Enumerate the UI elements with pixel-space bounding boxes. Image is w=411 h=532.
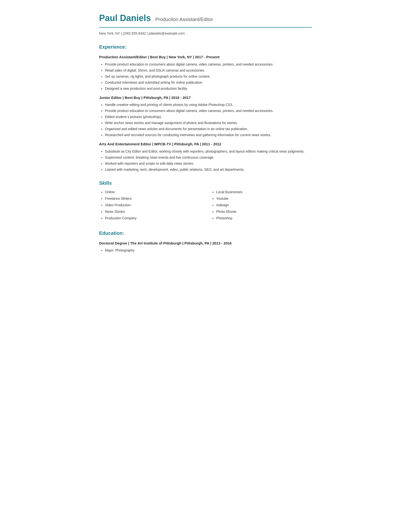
bullet: Write anchor news stories and manage ass… <box>105 120 312 125</box>
education-section: Education: Doctoral Degree | The Art Ins… <box>99 229 312 253</box>
skill-item: Production Company <box>105 216 201 221</box>
resume-header: Paul Daniels Production Assistant/Editor… <box>99 12 312 36</box>
skill-item: Photoshop <box>216 216 312 221</box>
skill-item: Youtube <box>216 196 312 201</box>
skill-item: Local Businesses <box>216 190 312 195</box>
bullet: Major: Photography <box>105 248 312 253</box>
bullet: Retail sales of digital, 35mm, and DSLR … <box>105 68 312 73</box>
job-title-3: Arts And Entertainment Editor | WPCB-TV … <box>99 142 312 147</box>
experience-section: Experience: Production Assistant/Editor … <box>99 43 312 172</box>
bullet: Conducted interviews and submitted writi… <box>105 80 312 85</box>
candidate-name: Paul Daniels <box>99 13 151 23</box>
job-title-2: Junior Editor | Best Buy | Pittsburgh, P… <box>99 95 312 101</box>
bullet: Edited student s pictures (photoshop). <box>105 114 312 119</box>
bullet: Designed a new production and post-produ… <box>105 86 312 91</box>
bullet: Organized and edited news articles and d… <box>105 126 312 132</box>
skills-right: Local Businesses Youtube Indesign Photo … <box>210 190 312 222</box>
skill-item: Photo Shoots <box>216 209 312 214</box>
skill-item: Online <box>105 190 201 195</box>
experience-heading: Experience: <box>99 43 312 50</box>
job-entry-2: Junior Editor | Best Buy | Pittsburgh, P… <box>99 95 312 138</box>
skills-heading: Skills <box>99 180 312 187</box>
job-entry-3: Arts And Entertainment Editor | WPCB-TV … <box>99 142 312 172</box>
bullet: Provide product education to consumers a… <box>105 62 312 67</box>
skills-left: Online Freelance Writers Video Productio… <box>99 190 201 222</box>
bullet: Substitute as City Editor and Editor, wo… <box>105 149 312 154</box>
bullet: Worked with reporters and scripts to edi… <box>105 161 312 166</box>
skills-right-list: Local Businesses Youtube Indesign Photo … <box>210 190 312 221</box>
skills-left-list: Online Freelance Writers Video Productio… <box>99 190 201 221</box>
skills-grid: Online Freelance Writers Video Productio… <box>99 190 312 222</box>
job-bullets-2: Handle creative editing and printing of … <box>99 102 312 138</box>
job-bullets-1: Provide product education to consumers a… <box>99 62 312 91</box>
skill-item: Indesign <box>216 203 312 208</box>
contact-info: New York, NY | (290) 555-8342 | pdaniels… <box>99 31 312 36</box>
bullet: Researched and recruited sources for con… <box>105 133 312 138</box>
header-divider <box>99 27 312 28</box>
bullet: Provide product education to consumers a… <box>105 108 312 114</box>
bullet: Liaised with marketing, tech, developmen… <box>105 167 312 172</box>
skills-section: Skills Online Freelance Writers Video Pr… <box>99 180 312 222</box>
bullet: Handle creative editing and printing of … <box>105 102 312 107</box>
skill-item: News Stories <box>105 209 201 214</box>
bullet: Supervised content, breaking news events… <box>105 155 312 160</box>
education-heading: Education: <box>99 229 312 237</box>
job-title-1: Production Assistant/Editor | Best Buy |… <box>99 54 312 60</box>
bullet: Set up cameras, rig lights, and photogra… <box>105 74 312 79</box>
skill-item: Video Production <box>105 203 201 208</box>
education-title-1: Doctoral Degree | The Art Institute of P… <box>99 241 312 246</box>
job-entry-1: Production Assistant/Editor | Best Buy |… <box>99 54 312 91</box>
candidate-title: Production Assistant/Editor <box>155 17 213 22</box>
education-bullets-1: Major: Photography <box>99 248 312 253</box>
job-bullets-3: Substitute as City Editor and Editor, wo… <box>99 149 312 172</box>
skill-item: Freelance Writers <box>105 196 201 201</box>
education-entry-1: Doctoral Degree | The Art Institute of P… <box>99 241 312 253</box>
